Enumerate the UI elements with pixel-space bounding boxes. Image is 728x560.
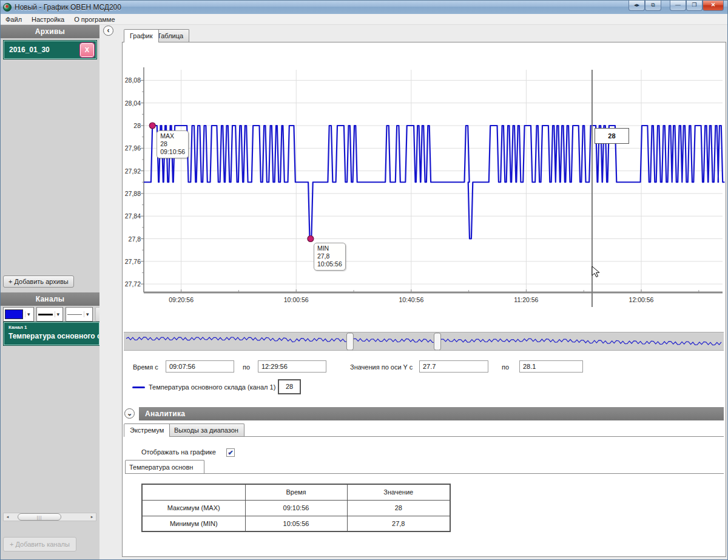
tab-channel-extremum[interactable]: Температура основн <box>125 460 204 473</box>
max-row-time: 09:10:56 <box>245 500 347 516</box>
max-value: 28 <box>160 140 185 148</box>
line-width-dropdown[interactable]: ▾ <box>36 307 64 322</box>
archive-item[interactable]: 2016_01_30 X <box>4 41 96 59</box>
svg-text:27,84: 27,84 <box>125 212 141 220</box>
min-label: MIN <box>317 245 342 252</box>
channel-number: Канал 1 <box>8 325 99 330</box>
close-button[interactable]: ✕ <box>703 1 724 11</box>
tab-extremum[interactable]: Экстремум <box>124 423 170 437</box>
line-style-dropdown[interactable]: ▾ <box>66 307 93 322</box>
navigator-handle[interactable] <box>434 333 441 350</box>
legend-cursor-value: 28 <box>278 379 301 394</box>
svg-text:27,96: 27,96 <box>125 144 141 152</box>
app-window: Новый - График ОВЕН МСД200 ◂▸ ⧉ — ❐ ✕ Фа… <box>0 0 728 560</box>
svg-text:27,72: 27,72 <box>125 280 141 288</box>
archives-header: Архивы <box>1 25 99 38</box>
min-time: 10:05:56 <box>317 260 342 268</box>
channel-tab-separator <box>125 473 724 474</box>
time-to-input[interactable] <box>258 360 326 373</box>
tab-chart[interactable]: График <box>124 29 159 42</box>
mouse-pointer-icon <box>592 266 602 278</box>
svg-text:09:20:56: 09:20:56 <box>169 296 194 303</box>
svg-text:27,8: 27,8 <box>129 235 141 243</box>
sidebar-collapse-button[interactable]: ‹ <box>103 25 113 36</box>
line-style-swatch <box>67 314 82 315</box>
scrollbar-track[interactable]: ||| <box>12 513 88 521</box>
channel-item[interactable]: Канал 1 Температура основного ск <box>4 322 99 345</box>
y-from-input[interactable] <box>419 360 488 373</box>
svg-text:27,88: 27,88 <box>125 190 141 197</box>
scrollbar-thumb[interactable]: ||| <box>18 513 61 521</box>
min-row-value: 27,8 <box>347 516 450 531</box>
max-row-label: Максимум (MAX) <box>142 500 245 516</box>
channel-name: Температура основного ск <box>8 332 99 340</box>
channels-header: Каналы <box>1 292 99 306</box>
navigator-handle[interactable] <box>346 333 353 350</box>
scroll-right-icon[interactable]: ▸ <box>88 514 96 519</box>
max-row-value: 28 <box>347 500 450 516</box>
dropdown-arrow-icon: ▾ <box>25 311 32 317</box>
show-on-chart-label: Отображать на графике <box>141 448 216 456</box>
table-row: Максимум (MAX) 09:10:56 28 <box>142 500 450 516</box>
min-tooltip: MIN 27,8 10:05:56 <box>314 243 346 271</box>
svg-text:28,04: 28,04 <box>125 100 141 107</box>
max-label: MAX <box>160 132 185 140</box>
cursor-value-label: 28 <box>595 128 629 144</box>
minimize-button[interactable]: — <box>670 1 686 11</box>
archive-name: 2016_01_30 <box>4 46 50 54</box>
min-value: 27,8 <box>317 252 342 260</box>
channel-color-dropdown[interactable]: ▾ <box>3 307 34 322</box>
table-header-time: Время <box>245 484 347 500</box>
legend-series-name: Температура основного склада (канал 1) <box>149 383 275 391</box>
menu-about[interactable]: О программе <box>69 14 120 25</box>
scroll-left-icon[interactable]: ◂ <box>4 514 12 519</box>
dropdown-arrow-icon: ▾ <box>55 311 62 317</box>
time-from-input[interactable] <box>166 360 234 373</box>
svg-text:12:00:56: 12:00:56 <box>629 296 654 303</box>
dropdown-arrow-icon: ▾ <box>84 311 91 317</box>
color-swatch <box>5 309 23 319</box>
app-logo-icon <box>3 3 12 12</box>
restore-button[interactable]: ❐ <box>686 1 703 11</box>
menu-settings[interactable]: Настройка <box>27 14 69 25</box>
title-bar[interactable]: Новый - График ОВЕН МСД200 ◂▸ ⧉ — ❐ ✕ <box>1 1 728 14</box>
max-time: 09:10:56 <box>160 148 185 156</box>
table-header-value: Значение <box>347 484 450 500</box>
analytics-separator <box>124 436 724 437</box>
y-to-label: по <box>502 363 509 371</box>
y-to-input[interactable] <box>519 360 583 373</box>
svg-text:11:20:56: 11:20:56 <box>514 296 538 303</box>
table-row: Минимум (MIN) 10:05:56 27,8 <box>142 516 450 531</box>
max-tooltip: MAX 28 09:10:56 <box>157 130 189 158</box>
table-header-row: Время Значение <box>142 484 450 500</box>
menu-file[interactable]: Файл <box>1 14 27 25</box>
svg-text:10:00:56: 10:00:56 <box>284 296 309 303</box>
analytics-header: Аналитика <box>139 407 724 420</box>
add-channels-button[interactable]: + Добавить каналы <box>3 537 76 552</box>
time-to-label: по <box>243 363 250 371</box>
line-width-swatch <box>38 314 53 315</box>
range-navigator[interactable] <box>124 332 724 351</box>
y-range-label: Значения по оси Y с <box>350 363 413 371</box>
channels-scrollbar[interactable]: ◂ ||| ▸ <box>3 513 96 521</box>
temperature-chart[interactable]: 28,0828,042827,9627,9227,8827,8427,827,7… <box>122 61 726 311</box>
tab-out-of-range[interactable]: Выходы за диапазон <box>168 423 244 436</box>
table-header-empty <box>142 484 245 500</box>
pan-view-button[interactable]: ◂▸ <box>629 1 645 11</box>
legend-line-swatch <box>132 386 145 388</box>
show-on-chart-checkbox[interactable]: ✔ <box>226 448 235 457</box>
archive-close-button[interactable]: X <box>80 43 94 57</box>
analytics-collapse-button[interactable]: ⌄ <box>124 408 135 419</box>
time-from-label: Время с <box>133 363 158 371</box>
detach-window-button[interactable]: ⧉ <box>645 1 661 11</box>
min-row-time: 10:05:56 <box>245 516 347 531</box>
svg-text:28,08: 28,08 <box>125 76 141 84</box>
svg-text:27,76: 27,76 <box>125 258 141 265</box>
window-title: Новый - График ОВЕН МСД200 <box>15 3 121 12</box>
svg-text:10:40:56: 10:40:56 <box>399 296 423 303</box>
min-row-label: Минимум (MIN) <box>142 516 245 531</box>
add-archives-button[interactable]: + Добавить архивы <box>3 275 74 288</box>
svg-text:28: 28 <box>133 122 141 129</box>
svg-text:27,92: 27,92 <box>125 167 141 175</box>
extremum-table: Время Значение Максимум (MAX) 09:10:56 2… <box>141 484 451 532</box>
